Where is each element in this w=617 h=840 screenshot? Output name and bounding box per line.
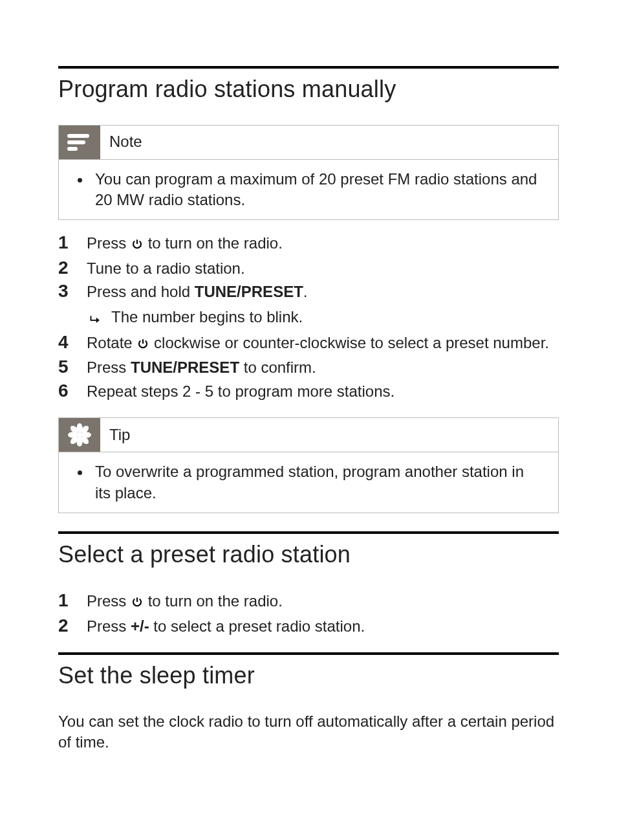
steps-program-manually: Press to turn on the radio. Tune to a ra…	[58, 232, 559, 402]
step-text: Press	[87, 617, 131, 635]
step-1: Press to turn on the radio.	[58, 232, 559, 255]
tip-label: Tip	[109, 425, 130, 445]
step-text: Press and hold	[87, 283, 195, 300]
step-4: Rotate clockwise or counter-clockwise to…	[58, 331, 559, 355]
step-text: Rotate	[87, 334, 136, 351]
result-arrow-icon	[89, 309, 102, 330]
step-text: to confirm.	[239, 359, 316, 376]
step-text: Tune to a radio station.	[87, 257, 559, 279]
step-2: Press +/- to select a preset radio stati…	[58, 615, 559, 637]
tip-item: To overwrite a programmed station, progr…	[91, 461, 540, 503]
step-text: .	[303, 283, 308, 300]
section-rule	[58, 531, 559, 534]
power-icon	[131, 234, 143, 255]
heading-sleep-timer: Set the sleep timer	[58, 660, 559, 692]
step-text: Press	[87, 592, 131, 610]
step-text: to turn on the radio.	[144, 234, 283, 252]
step-keyword: TUNE/PRESET	[131, 359, 239, 376]
step-text: Repeat steps 2 - 5 to program more stati…	[87, 380, 559, 402]
step-5: Press TUNE/PRESET to confirm.	[58, 356, 559, 378]
note-header: Note	[59, 126, 558, 160]
step-text: to select a preset radio station.	[149, 617, 365, 635]
step-text: Press	[87, 359, 131, 376]
step-text: clockwise or counter-clockwise to select…	[149, 334, 549, 351]
step-text: to turn on the radio.	[144, 592, 283, 610]
sleep-timer-intro: You can set the clock radio to turn off …	[58, 711, 559, 753]
note-icon	[59, 126, 100, 159]
step-keyword: +/-	[131, 617, 149, 635]
step-2: Tune to a radio station.	[58, 257, 559, 279]
note-item: You can program a maximum of 20 preset F…	[91, 169, 540, 211]
step-result-text: The number begins to blink.	[111, 307, 303, 327]
tip-callout: Tip To overwrite a programmed station, p…	[58, 417, 559, 513]
step-3: Press and hold TUNE/PRESET. The number b…	[58, 280, 559, 330]
step-text: Press	[87, 234, 131, 252]
heading-select-preset: Select a preset radio station	[58, 539, 559, 571]
step-result: The number begins to blink.	[89, 307, 559, 330]
tip-icon	[59, 418, 100, 452]
step-6: Repeat steps 2 - 5 to program more stati…	[58, 380, 559, 402]
section-rule	[58, 652, 559, 655]
steps-select-preset: Press to turn on the radio. Press +/- to…	[58, 590, 559, 637]
power-icon	[131, 592, 143, 613]
power-icon	[137, 334, 149, 355]
note-body: You can program a maximum of 20 preset F…	[59, 160, 558, 220]
note-callout: Note You can program a maximum of 20 pre…	[58, 125, 559, 221]
tip-body: To overwrite a programmed station, progr…	[59, 452, 558, 513]
heading-program-manually: Program radio stations manually	[58, 74, 559, 105]
step-keyword: TUNE/PRESET	[195, 283, 303, 300]
tip-header: Tip	[59, 418, 558, 452]
step-1: Press to turn on the radio.	[58, 590, 559, 613]
note-label: Note	[109, 131, 142, 152]
section-rule	[58, 66, 559, 69]
